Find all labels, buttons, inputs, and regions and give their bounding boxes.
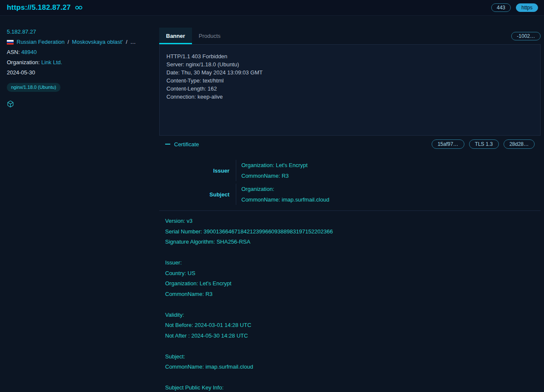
location-more[interactable]: … bbox=[130, 39, 136, 45]
product-tag[interactable]: nginx/1.18.0 (Ubuntu) bbox=[7, 83, 60, 92]
cert-detail-line: Serial Number: 3900136646718421239966093… bbox=[165, 227, 541, 237]
cert-detail-line: Country: US bbox=[165, 268, 541, 279]
cert-detail-line: Organization: Let's Encrypt bbox=[165, 278, 541, 289]
banner-line: Date: Thu, 30 May 2024 13:09:03 GMT bbox=[166, 68, 533, 77]
issuer-organization: Organization: Let's Encrypt bbox=[241, 160, 308, 170]
banner-line: Content-Length: 162 bbox=[166, 85, 533, 93]
package-icon[interactable] bbox=[7, 100, 155, 108]
subject-organization: Organization: bbox=[241, 184, 329, 194]
breadcrumb-separator: / bbox=[126, 39, 127, 45]
country-link[interactable]: Russian Federation bbox=[17, 39, 65, 45]
tab-products[interactable]: Products bbox=[192, 28, 227, 44]
tls-version-badge[interactable]: TLS 1.3 bbox=[469, 139, 499, 149]
russia-flag-icon bbox=[7, 40, 14, 45]
asn-row: ASN: 48940 bbox=[7, 49, 155, 56]
content-row: 5.182.87.27 Russian Federation / Moskovs… bbox=[0, 16, 544, 392]
cert-detail-line bbox=[165, 341, 541, 352]
cert-detail-line: Not Before: 2024-03-01 14:28 UTC bbox=[165, 320, 541, 331]
region-link[interactable]: Moskovskaya oblast' bbox=[72, 39, 123, 45]
cert-detail-line: CommonName: R3 bbox=[165, 289, 541, 300]
certificate-section-header: Certificate 15af97… TLS 1.3 28d28… bbox=[159, 136, 541, 152]
organization-label: Organization: bbox=[7, 59, 40, 65]
tabs-row: Banner Products -1002… bbox=[159, 28, 541, 44]
cert-detail-line: Subject Public Key Info: bbox=[165, 383, 541, 392]
certificate-section-label[interactable]: Certificate bbox=[174, 141, 199, 148]
asn-link[interactable]: 48940 bbox=[21, 49, 37, 55]
page-title[interactable]: https://5.182.87.27 bbox=[7, 3, 71, 12]
banner-line: Server: nginx/1.18.0 (Ubuntu) bbox=[166, 60, 533, 68]
cert-detail-line: Validity: bbox=[165, 310, 541, 321]
score-badge[interactable]: -1002… bbox=[511, 32, 541, 40]
host-main: Banner Products -1002… HTTP/1.1 403 Forb… bbox=[159, 16, 544, 392]
cert-detail-line: CommonName: imap.surfmail.cloud bbox=[165, 362, 541, 372]
cert-detail-line: Signature Algorithm: SHA256-RSA bbox=[165, 237, 541, 247]
link-icon[interactable] bbox=[75, 5, 83, 10]
host-sidebar: 5.182.87.27 Russian Federation / Moskovs… bbox=[0, 16, 159, 392]
cert-detail-line: Subject: bbox=[165, 352, 541, 362]
breadcrumb-separator: / bbox=[68, 39, 69, 45]
tab-banner[interactable]: Banner bbox=[159, 28, 192, 44]
tabs: Banner Products bbox=[159, 28, 227, 44]
banner-line: Connection: keep-alive bbox=[166, 93, 533, 101]
cert-sha-badge[interactable]: 15af97… bbox=[432, 139, 464, 149]
certificate-details: Version: v3 Serial Number: 3900136646718… bbox=[159, 211, 541, 392]
asn-label: ASN: bbox=[7, 49, 20, 55]
header-badges: 443 https bbox=[491, 3, 538, 12]
subject-label: Subject bbox=[159, 184, 236, 205]
subject-row: Subject Organization: CommonName: imap.s… bbox=[159, 182, 541, 206]
collapse-icon[interactable] bbox=[165, 144, 170, 145]
issuer-common-name: CommonName: R3 bbox=[241, 170, 308, 181]
cert-detail-line: Not After : 2024-05-30 14:28 UTC bbox=[165, 331, 541, 341]
banner-panel: HTTP/1.1 403 Forbidden Server: nginx/1.1… bbox=[159, 44, 541, 136]
scan-date: 2024-05-30 bbox=[7, 69, 155, 76]
cert-detail-line bbox=[165, 372, 541, 383]
port-badge[interactable]: 443 bbox=[491, 3, 511, 12]
host-detail-page: https://5.182.87.27 443 https 5.182.87.2… bbox=[0, 0, 544, 392]
certificate-badges: 15af97… TLS 1.3 28d28… bbox=[432, 139, 535, 149]
banner-line: Content-Type: text/html bbox=[166, 77, 533, 85]
cert-detail-line: Issuer: bbox=[165, 258, 541, 268]
organization-row: Organization: Link Ltd. bbox=[7, 59, 155, 66]
title-wrap: https://5.182.87.27 bbox=[7, 3, 83, 12]
cert-detail-line bbox=[165, 247, 541, 258]
issuer-row: Issuer Organization: Let's Encrypt Commo… bbox=[159, 159, 541, 182]
issuer-values: Organization: Let's Encrypt CommonName: … bbox=[236, 160, 308, 181]
cert-detail-line: Version: v3 bbox=[165, 216, 541, 227]
issuer-label: Issuer bbox=[159, 160, 236, 181]
organization-link[interactable]: Link Ltd. bbox=[41, 59, 62, 65]
cert-serial-badge[interactable]: 28d28… bbox=[504, 139, 535, 149]
subject-common-name: CommonName: imap.surfmail.cloud bbox=[241, 194, 329, 205]
ip-address[interactable]: 5.182.87.27 bbox=[7, 28, 155, 35]
top-bar: https://5.182.87.27 443 https bbox=[0, 0, 544, 16]
cert-detail-line bbox=[165, 299, 541, 310]
protocol-badge[interactable]: https bbox=[516, 3, 538, 12]
banner-line: HTTP/1.1 403 Forbidden bbox=[166, 52, 533, 60]
certificate-summary: Issuer Organization: Let's Encrypt Commo… bbox=[159, 157, 541, 211]
subject-values: Organization: CommonName: imap.surfmail.… bbox=[236, 184, 329, 205]
geo-breadcrumb: Russian Federation / Moskovskaya oblast'… bbox=[7, 39, 155, 45]
